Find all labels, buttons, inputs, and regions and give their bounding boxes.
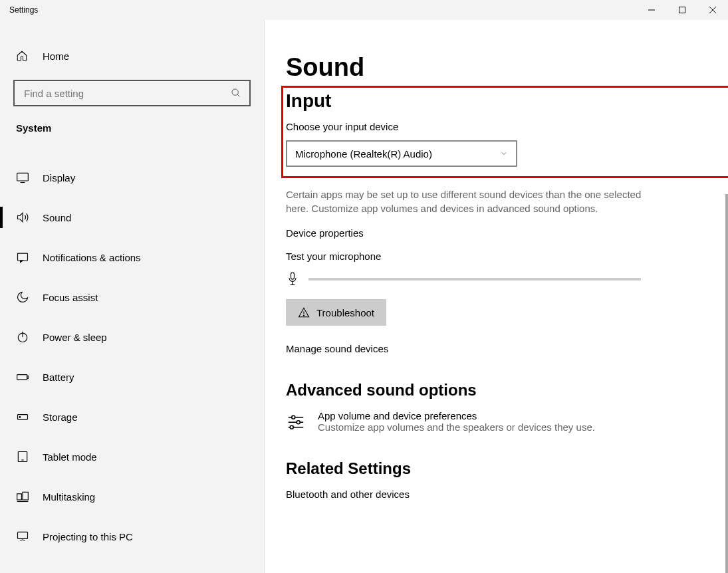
test-mic-label: Test your microphone <box>286 251 708 262</box>
bluetooth-link[interactable]: Bluetooth and other devices <box>286 489 708 500</box>
advanced-options-heading: Advanced sound options <box>286 381 708 400</box>
sidebar-item-label: Battery <box>43 372 74 383</box>
sidebar-item-display[interactable]: Display <box>0 158 264 197</box>
svg-point-31 <box>297 421 300 424</box>
display-icon <box>16 171 29 184</box>
home-icon <box>16 50 29 62</box>
close-button[interactable] <box>697 0 728 20</box>
input-device-dropdown[interactable]: Microphone (Realtek(R) Audio) <box>286 140 517 167</box>
storage-icon <box>16 410 29 423</box>
svg-rect-12 <box>17 375 27 380</box>
svg-marker-8 <box>18 213 23 221</box>
sidebar-item-focus-assist[interactable]: Focus assist <box>0 277 264 317</box>
svg-rect-21 <box>18 532 28 538</box>
sidebar-item-multitasking[interactable]: Multitasking <box>0 477 264 516</box>
window-title: Settings <box>9 5 38 15</box>
sidebar-item-storage[interactable]: Storage <box>0 397 264 437</box>
sidebar: Home System Display <box>0 20 265 573</box>
sidebar-item-power-sleep[interactable]: Power & sleep <box>0 317 264 357</box>
svg-rect-22 <box>291 273 295 279</box>
main-content: Sound Input Choose your input device Mic… <box>265 20 728 573</box>
maximize-button[interactable] <box>667 0 697 20</box>
sidebar-item-projecting[interactable]: Projecting to this PC <box>0 516 264 556</box>
scrollbar[interactable] <box>725 194 728 573</box>
home-label: Home <box>43 51 69 62</box>
sidebar-item-label: Notifications & actions <box>43 252 141 263</box>
svg-point-33 <box>290 425 293 429</box>
related-settings-heading: Related Settings <box>286 459 708 478</box>
svg-rect-1 <box>679 7 685 13</box>
sidebar-item-label: Sound <box>43 212 71 223</box>
svg-rect-6 <box>17 173 29 181</box>
search-input[interactable] <box>23 87 231 100</box>
tablet-icon <box>16 450 29 463</box>
input-section-highlight: Input Choose your input device Microphon… <box>281 86 728 178</box>
titlebar: Settings <box>0 0 728 20</box>
sliders-icon <box>286 411 306 431</box>
app-volume-link[interactable]: App volume and device preferences Custom… <box>286 410 708 433</box>
mic-test-row <box>286 271 708 287</box>
battery-icon <box>16 370 29 384</box>
window-controls <box>636 0 728 20</box>
selected-input-device: Microphone (Realtek(R) Audio) <box>295 148 432 160</box>
search-icon <box>231 88 241 98</box>
troubleshoot-button[interactable]: Troubleshoot <box>286 299 386 326</box>
troubleshoot-label: Troubleshoot <box>316 307 374 318</box>
app-volume-title: App volume and device preferences <box>318 410 595 421</box>
notifications-icon <box>16 251 29 264</box>
sidebar-item-sound[interactable]: Sound <box>0 197 264 237</box>
sidebar-item-label: Projecting to this PC <box>43 531 133 542</box>
manage-sound-devices-link[interactable]: Manage sound devices <box>286 343 708 354</box>
svg-rect-13 <box>27 376 29 378</box>
home-button[interactable]: Home <box>0 41 264 70</box>
svg-point-4 <box>232 89 238 95</box>
device-properties-link[interactable]: Device properties <box>286 227 708 239</box>
nav-list: Display Sound Notifications & actions <box>0 158 264 556</box>
sidebar-item-label: Tablet mode <box>43 451 97 463</box>
projecting-icon <box>16 530 29 543</box>
page-title: Sound <box>286 53 708 82</box>
svg-rect-19 <box>23 492 28 500</box>
mic-level-bar <box>308 278 641 281</box>
sidebar-item-battery[interactable]: Battery <box>0 357 264 397</box>
svg-point-15 <box>19 417 21 418</box>
focus-assist-icon <box>16 290 29 304</box>
minimize-button[interactable] <box>636 0 667 20</box>
svg-rect-18 <box>17 494 22 500</box>
category-label: System <box>0 106 264 144</box>
svg-rect-9 <box>18 253 28 261</box>
settings-window: Settings Home <box>0 0 728 573</box>
svg-line-5 <box>237 94 239 96</box>
input-heading: Input <box>286 90 517 112</box>
microphone-icon <box>286 271 299 287</box>
search-box[interactable] <box>13 80 251 106</box>
svg-point-29 <box>292 415 295 419</box>
choose-input-label: Choose your input device <box>286 121 517 132</box>
sidebar-item-label: Display <box>43 172 75 183</box>
chevron-down-icon <box>500 150 508 158</box>
sidebar-item-tablet-mode[interactable]: Tablet mode <box>0 437 264 477</box>
sidebar-item-notifications[interactable]: Notifications & actions <box>0 237 264 277</box>
sidebar-item-label: Focus assist <box>43 292 98 303</box>
input-description: Certain apps may be set up to use differ… <box>286 187 658 215</box>
sidebar-item-label: Multitasking <box>43 491 95 503</box>
app-volume-subtitle: Customize app volumes and the speakers o… <box>318 421 595 433</box>
sidebar-item-label: Storage <box>43 411 78 423</box>
multitasking-icon <box>16 490 29 503</box>
sidebar-item-label: Power & sleep <box>43 332 107 343</box>
sound-icon <box>16 211 29 224</box>
warning-icon <box>298 306 310 318</box>
power-icon <box>16 330 29 344</box>
svg-point-27 <box>303 315 304 316</box>
